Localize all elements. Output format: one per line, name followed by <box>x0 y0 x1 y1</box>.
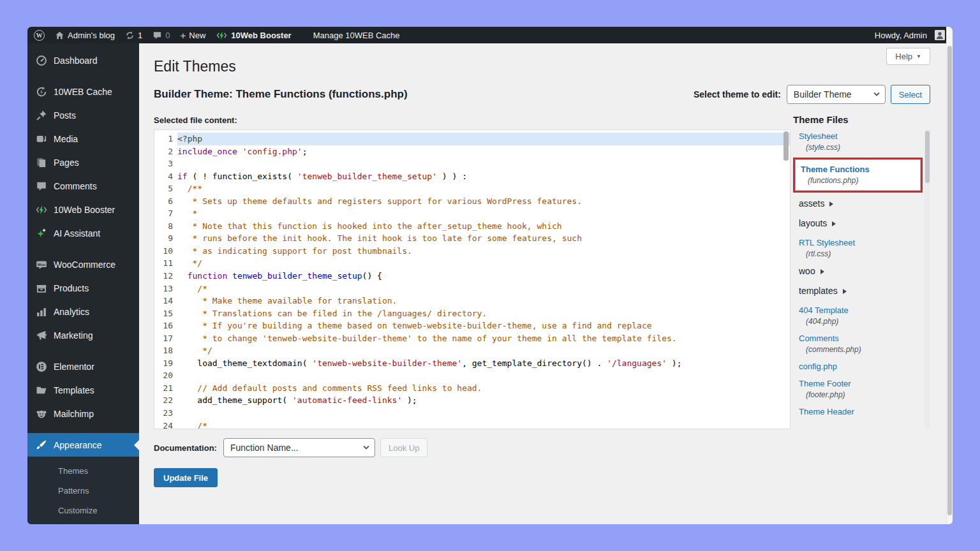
sidebar-item-pages[interactable]: Pages <box>27 151 139 174</box>
sidebar-item-elementor[interactable]: Elementor <box>27 355 139 378</box>
theme-file-stylesheet[interactable]: Stylesheet(style.css) <box>799 131 918 152</box>
code-line[interactable]: /* <box>177 420 790 429</box>
code-line[interactable]: <?php <box>177 133 790 145</box>
site-name-link[interactable]: Admin's blog <box>55 31 115 40</box>
booster-link[interactable]: 10Web Booster <box>216 31 291 40</box>
sidebar-item-label: 10WEB Cache <box>54 87 112 97</box>
theme-file-config-php[interactable]: config.php <box>799 362 918 371</box>
editor-code[interactable]: <?phpinclude_once 'config.php';if ( ! fu… <box>177 130 790 429</box>
code-editor[interactable]: 123456789101112131415161718192021222324 … <box>154 129 791 429</box>
line-number: 1 <box>154 133 173 145</box>
theme-folder-templates[interactable]: templates <box>799 286 918 296</box>
editor-scrollbar[interactable] <box>783 131 789 161</box>
theme-file-theme-footer[interactable]: Theme Footer(footer.php) <box>799 379 918 399</box>
sidebar-item-media[interactable]: Media <box>27 127 139 151</box>
dashboard-icon <box>36 55 47 66</box>
theme-select-value: Builder Theme <box>794 89 852 99</box>
sidebar-item-10web-cache[interactable]: 10WEB Cache <box>27 80 139 103</box>
code-line[interactable]: * Make theme available for translation. <box>177 295 790 307</box>
theme-file-filename: (style.css) <box>799 143 918 152</box>
code-line[interactable]: */ <box>177 344 790 357</box>
code-line[interactable]: * If you're building a theme based on te… <box>177 320 790 332</box>
account-menu[interactable]: Howdy, Admin <box>875 30 945 40</box>
theme-file-link[interactable]: Theme Footer <box>799 379 918 388</box>
theme-file-theme-header[interactable]: Theme Header <box>799 407 918 416</box>
sidebar-item-products[interactable]: Products <box>27 276 139 300</box>
theme-file-comments[interactable]: Comments(comments.php) <box>799 334 918 354</box>
look-up-button[interactable]: Look Up <box>380 438 427 457</box>
code-line[interactable]: * <box>177 207 790 220</box>
code-line[interactable]: * Sets up theme defaults and registers s… <box>177 195 790 208</box>
window-scrollbar-track[interactable] <box>946 27 953 524</box>
files-scrollbar-track[interactable] <box>924 129 930 429</box>
theme-file-filename: (footer.php) <box>799 390 918 399</box>
theme-file-rtl-stylesheet[interactable]: RTL Stylesheet(rtl.css) <box>799 238 918 258</box>
sidebar-item-10web-booster[interactable]: 10Web Booster <box>27 198 139 221</box>
paintbrush-icon <box>36 439 47 451</box>
code-line[interactable] <box>177 369 790 382</box>
code-line[interactable]: * Note that this function is hooked into… <box>177 220 790 233</box>
updates-icon <box>125 31 135 40</box>
code-line[interactable] <box>177 158 790 170</box>
wp-logo-menu[interactable]: W <box>34 30 45 41</box>
sidebar-item-dashboard[interactable]: Dashboard <box>27 48 139 72</box>
sidebar-item-templates[interactable]: Templates <box>27 378 139 402</box>
sidebar-item-analytics[interactable]: Analytics <box>27 300 139 323</box>
sidebar-item-posts[interactable]: Posts <box>27 103 139 127</box>
code-line[interactable]: /** <box>177 182 790 195</box>
theme-file-link[interactable]: Theme Header <box>799 407 918 416</box>
update-file-button[interactable]: Update File <box>154 468 218 487</box>
line-number: 17 <box>154 332 173 345</box>
triangle-right-icon <box>843 289 849 294</box>
code-line[interactable]: * runs before the init hook. The init ho… <box>177 232 790 245</box>
files-scrollbar-thumb[interactable] <box>925 131 930 183</box>
code-line[interactable]: * Translations can be filed in the /lang… <box>177 307 790 320</box>
window-scrollbar-thumb[interactable] <box>947 46 952 515</box>
comments-link[interactable]: 0 <box>152 31 170 40</box>
theme-file-404-template[interactable]: 404 Template(404.php) <box>799 305 918 326</box>
theme-file-theme-functions[interactable]: Theme Functions(functions.php) <box>793 159 921 191</box>
sidebar-item-marketing[interactable]: Marketing <box>27 323 139 347</box>
theme-file-link[interactable]: 404 Template <box>799 305 918 315</box>
sidebar-item-woocommerce[interactable]: WooWooCommerce <box>27 253 139 276</box>
sidebar-item-comments[interactable]: Comments <box>27 174 139 198</box>
code-line[interactable]: function tenweb_builder_theme_setup() { <box>177 270 790 283</box>
code-line[interactable]: load_theme_textdomain( 'tenweb-website-b… <box>177 357 790 370</box>
code-line[interactable]: /* <box>177 283 790 295</box>
sidebar-item-label: Marketing <box>54 330 93 341</box>
line-number: 13 <box>154 283 173 295</box>
theme-file-link[interactable]: Comments <box>799 334 918 343</box>
select-theme-button[interactable]: Select <box>891 85 930 104</box>
code-line[interactable]: // Add default posts and comments RSS fe… <box>177 382 790 395</box>
theme-folder-woo[interactable]: woo <box>799 266 918 276</box>
code-line[interactable]: */ <box>177 257 790 270</box>
sidebar-item-label: Dashboard <box>54 55 98 66</box>
theme-file-link[interactable]: config.php <box>799 362 918 371</box>
help-button[interactable]: Help ▼ <box>886 48 930 65</box>
triangle-right-icon <box>829 202 836 207</box>
submenu-item-themes[interactable]: Themes <box>27 461 139 481</box>
function-name-dropdown[interactable]: Function Name... <box>223 438 375 457</box>
sidebar-item-appearance[interactable]: Appearance <box>27 433 139 457</box>
theme-file-link[interactable]: Stylesheet <box>799 131 918 141</box>
code-line[interactable]: * as indicating support for post thumbna… <box>177 245 790 258</box>
code-line[interactable]: include_once 'config.php'; <box>177 145 790 158</box>
theme-select-dropdown[interactable]: Builder Theme <box>787 85 886 104</box>
code-line[interactable]: if ( ! function_exists( 'tenweb_builder_… <box>177 170 790 183</box>
submenu-item-patterns[interactable]: Patterns <box>27 481 139 501</box>
code-line[interactable] <box>177 407 790 420</box>
theme-folder-assets[interactable]: assets <box>799 198 918 209</box>
theme-file-link[interactable]: Theme Functions <box>801 165 915 174</box>
updates-link[interactable]: 1 <box>125 31 142 40</box>
sidebar-item-mailchimp[interactable]: Mailchimp <box>27 402 139 425</box>
theme-file-link[interactable]: RTL Stylesheet <box>799 238 918 247</box>
manage-cache-link[interactable]: Manage 10WEB Cache <box>313 31 400 40</box>
theme-folder-layouts[interactable]: layouts <box>799 218 918 228</box>
new-content-link[interactable]: + New <box>181 31 206 40</box>
code-line[interactable]: * to change 'tenweb-website-builder-them… <box>177 332 790 345</box>
avatar <box>935 30 945 40</box>
submenu-item-customize[interactable]: Customize <box>27 501 139 520</box>
products-icon <box>36 283 47 294</box>
sidebar-item-ai-assistant[interactable]: AI Assistant <box>27 221 139 245</box>
code-line[interactable]: add_theme_support( 'automatic-feed-links… <box>177 394 790 407</box>
